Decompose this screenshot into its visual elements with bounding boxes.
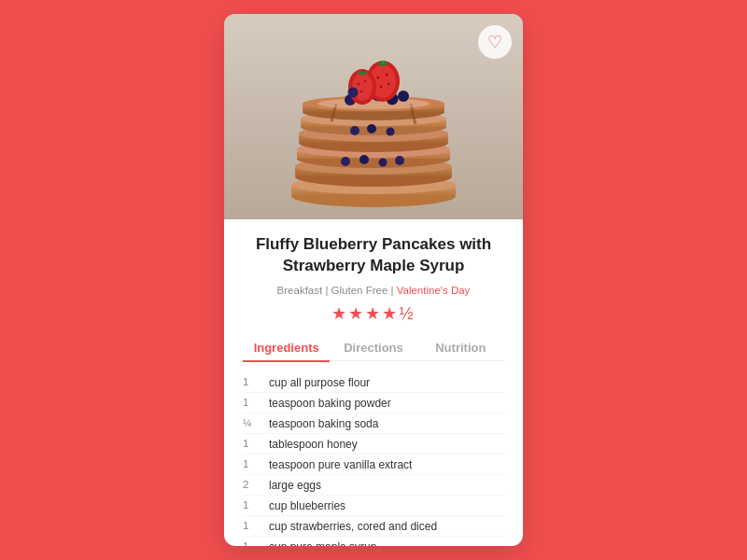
ingredients-list: 1cup all purpose flour1teaspoon baking p… (243, 372, 504, 546)
star-2: ★ (348, 304, 365, 323)
svg-point-21 (350, 126, 359, 135)
recipe-title: Fluffy Blueberry Pancakes with Strawberr… (243, 234, 504, 277)
ingredient-item: 1cup blueberries (243, 496, 504, 516)
svg-point-27 (317, 98, 430, 109)
tag-text: Breakfast | Gluten Free | (277, 285, 397, 296)
recipe-tags: Breakfast | Gluten Free | Valentine's Da… (243, 285, 504, 296)
ingredient-item: 1cup pure maple syrup (243, 537, 504, 546)
ingredient-name: teaspoon pure vanilla extract (269, 458, 412, 471)
ingredient-qty: 1 (243, 499, 260, 512)
svg-point-23 (387, 128, 395, 136)
ingredient-name: cup pure maple syrup (269, 540, 376, 546)
favorite-button[interactable]: ♡ (478, 25, 512, 59)
recipe-image-wrapper: ♡ (224, 14, 523, 219)
ingredient-qty: ¼ (243, 417, 260, 430)
svg-point-40 (388, 83, 390, 86)
star-half: ½ (399, 304, 415, 323)
svg-point-11 (341, 157, 350, 166)
tab-directions[interactable]: Directions (330, 335, 416, 362)
svg-point-22 (367, 124, 376, 133)
svg-point-12 (359, 155, 369, 164)
ingredient-qty: 1 (243, 540, 260, 546)
svg-point-37 (377, 77, 380, 79)
ingredient-item: ¼teaspoon baking soda (243, 413, 504, 434)
card-body: Fluffy Blueberry Pancakes with Strawberr… (224, 219, 523, 546)
svg-point-13 (379, 159, 388, 167)
recipe-card: ♡ Fluffy Blueberry Pancakes with Strawbe… (224, 14, 523, 546)
ingredient-name: large eggs (269, 479, 321, 492)
ingredient-name: tablespoon honey (269, 438, 358, 451)
svg-point-43 (358, 83, 359, 85)
recipe-tabs: Ingredients Directions Nutrition (243, 335, 504, 362)
ingredient-name: cup all purpose flour (269, 376, 370, 389)
tag-highlight: Valentine's Day (397, 285, 471, 296)
star-4: ★ (382, 304, 399, 323)
ingredient-qty: 2 (243, 479, 260, 492)
ingredient-qty: 1 (243, 458, 260, 471)
svg-point-47 (348, 88, 359, 98)
ingredient-item: 1tablespoon honey (243, 434, 504, 455)
ingredient-name: teaspoon baking powder (269, 397, 391, 410)
ingredient-qty: 1 (243, 397, 260, 410)
svg-point-39 (380, 86, 383, 89)
ingredient-name: cup blueberries (269, 499, 345, 512)
tab-ingredients[interactable]: Ingredients (243, 335, 330, 362)
svg-point-38 (386, 74, 388, 77)
svg-point-45 (360, 91, 362, 92)
svg-point-44 (364, 80, 366, 82)
ingredient-name: teaspoon baking soda (269, 417, 378, 430)
ingredient-qty: 1 (243, 376, 260, 389)
ingredient-qty: 1 (243, 438, 260, 451)
ingredient-item: 2large eggs (243, 475, 504, 496)
ingredient-item: 1teaspoon pure vanilla extract (243, 455, 504, 475)
star-rating: ★★★★½ (243, 303, 504, 324)
ingredient-qty: 1 (243, 520, 260, 533)
ingredient-name: cup strawberries, cored and diced (269, 520, 437, 533)
ingredient-item: 1cup all purpose flour (243, 372, 504, 393)
heart-icon: ♡ (487, 32, 502, 52)
svg-point-46 (398, 91, 409, 102)
svg-point-14 (395, 156, 404, 165)
ingredient-item: 1cup strawberries, cored and diced (243, 516, 504, 537)
ingredient-item: 1teaspoon baking powder (243, 393, 504, 413)
tab-nutrition[interactable]: Nutrition (417, 335, 504, 362)
star-1: ★ (331, 304, 348, 323)
star-3: ★ (365, 304, 382, 323)
